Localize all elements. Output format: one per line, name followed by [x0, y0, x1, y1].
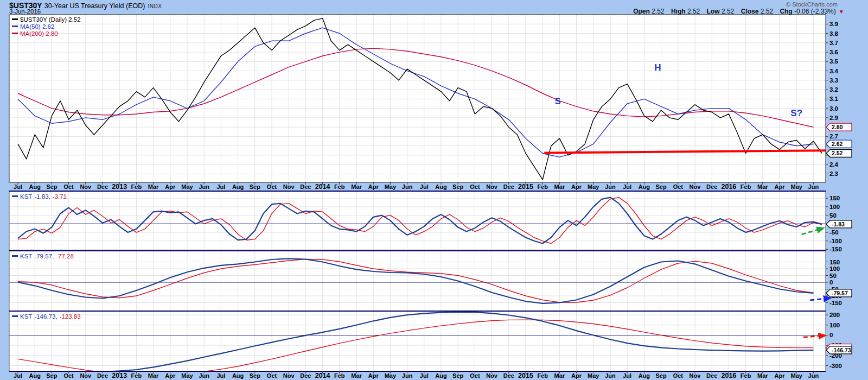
svg-text:3.6: 3.6: [829, 49, 838, 55]
axis-badge: -1.83: [826, 220, 852, 228]
legend-label-ma50: MA(50) 2.62: [20, 23, 54, 30]
svg-text:Feb: Feb: [131, 372, 142, 379]
svg-text:Dec: Dec: [503, 372, 514, 379]
svg-text:3.2: 3.2: [829, 86, 838, 93]
svg-text:Jun: Jun: [402, 372, 413, 379]
svg-text:Aug: Aug: [232, 183, 244, 190]
panel-main: 3.93.83.73.63.53.43.33.23.13.02.92.82.72…: [9, 15, 852, 182]
svg-text:2.7: 2.7: [829, 133, 838, 140]
svg-text:2016: 2016: [721, 372, 736, 379]
svg-text:Jul: Jul: [420, 372, 429, 379]
svg-text:2015: 2015: [518, 372, 533, 379]
legend-item-ma200: MA(200) 2.80: [12, 30, 81, 37]
svg-text:Jul: Jul: [14, 183, 22, 190]
svg-text:Dec: Dec: [503, 183, 514, 190]
svg-text:Jun: Jun: [199, 372, 209, 379]
svg-text:Dec: Dec: [97, 183, 108, 190]
svg-text:Feb: Feb: [537, 372, 548, 379]
svg-text:2013: 2013: [112, 372, 127, 379]
kst3-blue-value: -146.73,: [34, 313, 57, 320]
svg-text:3.8: 3.8: [829, 30, 839, 37]
svg-text:50: 50: [829, 273, 837, 279]
svg-text:May: May: [385, 372, 397, 379]
kst-line-swatch-icon: [12, 315, 18, 317]
chart-canvas: 3.93.83.73.63.53.43.33.23.13.02.92.82.72…: [0, 0, 868, 380]
svg-text:Jun: Jun: [199, 183, 209, 190]
kst3-label: KST-146.73,-123.83: [12, 313, 81, 320]
svg-text:3.0: 3.0: [829, 105, 838, 112]
main-chart-legend: $UST30Y (Daily) 2.52 MA(50) 2.62 MA(200)…: [12, 16, 81, 37]
svg-text:2.80: 2.80: [832, 124, 843, 130]
kst2-red-value: -77.28: [56, 253, 74, 259]
svg-text:Mar: Mar: [351, 372, 362, 379]
svg-text:Apr: Apr: [368, 183, 379, 190]
svg-text:2014: 2014: [315, 372, 330, 379]
svg-text:Nov: Nov: [486, 372, 498, 379]
annotation-S: S: [555, 96, 561, 106]
svg-text:Jul: Jul: [14, 372, 22, 379]
svg-text:Mar: Mar: [554, 183, 565, 190]
svg-text:Feb: Feb: [741, 183, 751, 190]
svg-text:Sep: Sep: [452, 183, 463, 190]
kst1-red-value: -3.71: [53, 193, 67, 200]
svg-text:100: 100: [829, 322, 840, 328]
kst-line-swatch-icon: [12, 195, 18, 197]
svg-text:Jun: Jun: [808, 183, 819, 190]
svg-text:Mar: Mar: [148, 183, 159, 190]
kst2-blue-value: -79.57,: [34, 253, 54, 259]
svg-text:Dec: Dec: [706, 372, 717, 379]
svg-text:Sep: Sep: [452, 372, 463, 379]
svg-text:Mar: Mar: [757, 183, 768, 190]
axis-badge: -79.57: [826, 289, 852, 297]
svg-text:Sep: Sep: [250, 372, 260, 379]
svg-text:May: May: [790, 372, 802, 379]
svg-text:-100: -100: [829, 238, 842, 244]
svg-text:-50: -50: [829, 229, 839, 236]
svg-text:-300: -300: [829, 363, 842, 369]
svg-text:50: 50: [829, 212, 837, 219]
svg-text:3.9: 3.9: [829, 21, 838, 27]
svg-text:2.52: 2.52: [832, 150, 843, 156]
svg-text:3.3: 3.3: [829, 77, 838, 84]
svg-text:Apr: Apr: [165, 372, 176, 379]
panel-kst2: 150100500-50-100-150-79.57: [9, 251, 852, 311]
kst1-blue-value: -1.83,: [34, 193, 50, 200]
legend-item-ma50: MA(50) 2.62: [12, 23, 81, 30]
svg-text:-150: -150: [829, 246, 842, 252]
svg-text:Aug: Aug: [232, 372, 244, 379]
svg-text:Feb: Feb: [334, 372, 345, 379]
stockcharts-chart-page: { "colors":{ "bg":"#a7c7f2","plotBg":"#f…: [0, 0, 868, 380]
kst3-name: KST: [20, 313, 32, 320]
svg-text:Dec: Dec: [300, 372, 311, 379]
price-line-swatch-icon: [12, 18, 18, 20]
svg-text:2015: 2015: [518, 183, 533, 191]
svg-text:Oct: Oct: [673, 183, 684, 190]
svg-text:Jul: Jul: [420, 183, 429, 190]
svg-text:2014: 2014: [315, 183, 330, 191]
svg-text:Jun: Jun: [605, 183, 616, 190]
legend-item-price: $UST30Y (Daily) 2.52: [12, 16, 81, 23]
svg-text:Nov: Nov: [486, 183, 498, 190]
svg-text:Mar: Mar: [148, 372, 159, 379]
svg-text:May: May: [588, 183, 599, 190]
svg-text:Jul: Jul: [623, 183, 631, 190]
panel-kst3: 2001000-100-200-300-123.83-146.73: [9, 311, 852, 378]
svg-text:-79.57: -79.57: [832, 290, 848, 296]
svg-text:Jun: Jun: [605, 372, 616, 379]
svg-text:Apr: Apr: [775, 372, 786, 379]
kst1-label: KST-1.83,-3.71: [12, 193, 67, 200]
kst2-name: KST: [20, 253, 32, 259]
kst1-name: KST: [20, 193, 32, 200]
svg-text:Apr: Apr: [571, 372, 582, 379]
legend-label-price: $UST30Y (Daily) 2.52: [20, 16, 81, 23]
svg-text:Apr: Apr: [775, 183, 786, 190]
svg-text:Apr: Apr: [165, 183, 176, 190]
svg-text:3.4: 3.4: [829, 68, 839, 74]
svg-text:Dec: Dec: [300, 183, 311, 190]
svg-text:Aug: Aug: [435, 183, 446, 190]
svg-text:3.7: 3.7: [829, 40, 838, 46]
svg-text:Dec: Dec: [706, 183, 717, 190]
svg-text:Jul: Jul: [216, 183, 225, 190]
svg-text:Mar: Mar: [554, 372, 565, 379]
svg-text:May: May: [181, 372, 193, 379]
